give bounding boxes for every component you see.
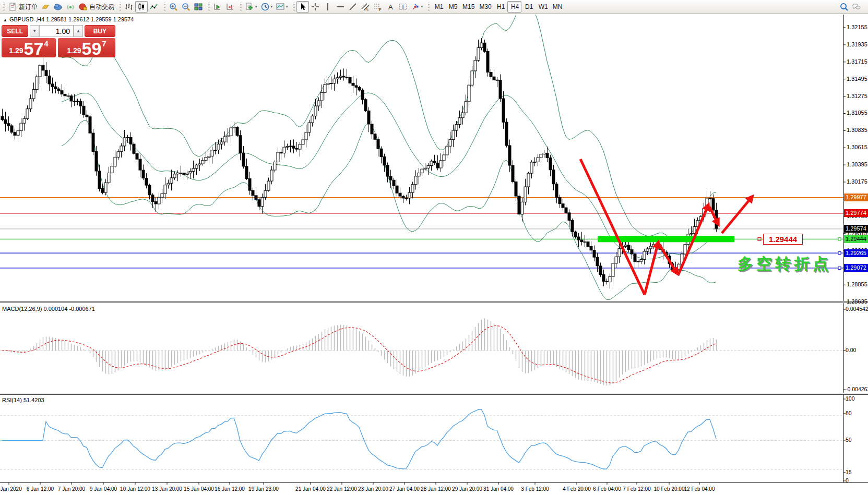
time-tick-label: 6 Jan 12:00 xyxy=(27,486,54,492)
indicator-tick-label: 80 xyxy=(846,410,852,416)
sell-button[interactable]: SELL xyxy=(2,25,28,37)
sell-price-sup: 4 xyxy=(44,39,48,48)
time-tick-label: 3 Feb 12:00 xyxy=(521,486,549,492)
indicator-tick-label: 100 xyxy=(846,395,855,402)
time-tick-label: 31 Jan 04:00 xyxy=(483,486,514,492)
price-tick-label: 1.30835 xyxy=(847,127,867,133)
sell-price-display[interactable]: 1.29 57 4 xyxy=(2,38,56,57)
time-tick-label: 7 Feb 12:00 xyxy=(623,486,650,492)
time-tick-label: 29 Jan 20:00 xyxy=(452,486,482,492)
price-tick-label: 1.32155 xyxy=(847,24,867,30)
time-tick-label: 19 Jan 23:00 xyxy=(248,486,279,492)
volume-increase-button[interactable]: ▲ xyxy=(74,25,83,37)
indicator-tick-label: 15 xyxy=(846,469,852,475)
chart-canvas[interactable] xyxy=(0,0,868,495)
time-tick-label: 13 Jan 20:00 xyxy=(152,486,182,492)
level-price-badge: 1.29072 xyxy=(844,264,868,272)
buy-button[interactable]: BUY xyxy=(85,25,115,37)
time-tick-label: 23 Jan 20:00 xyxy=(358,486,388,492)
price-tick-label: 1.30175 xyxy=(847,178,867,185)
buy-price-sup: 7 xyxy=(102,39,106,48)
pane-divider-rsi[interactable] xyxy=(0,393,868,395)
time-tick-label: 10 Feb 20:00 xyxy=(654,486,685,492)
price-tick-label: 1.31715 xyxy=(847,58,867,65)
indicator-tick-label: 0.004542 xyxy=(846,306,868,312)
time-tick-label: 22 Jan 12:00 xyxy=(327,486,357,492)
time-tick-label: 27 Jan 04:00 xyxy=(389,486,420,492)
collapse-panel-icon[interactable]: ▲ xyxy=(3,18,7,22)
price-tick-label: 1.31275 xyxy=(847,93,867,99)
time-tick-label: 9 Jan 04:00 xyxy=(90,486,117,492)
level-price-badge: 1.29444 xyxy=(844,235,868,243)
price-tick-label: 1.31055 xyxy=(847,110,867,116)
price-tick-label: 1.30395 xyxy=(847,161,867,167)
buy-price-small: 1.29 xyxy=(67,46,81,55)
price-tick-label: 1.31935 xyxy=(847,41,867,47)
time-tick-label: 10 Jan 12:00 xyxy=(120,486,150,492)
time-tick-label: 28 Jan 12:00 xyxy=(421,486,451,492)
macd-indicator-label: MACD(12,26,9) 0.000104 -0.000671 xyxy=(2,306,95,312)
level-price-badge: 1.29977 xyxy=(844,194,868,201)
price-tick-label: 1.30615 xyxy=(847,144,867,150)
buy-price-big: 59 xyxy=(82,41,102,56)
time-tick-label: 7 Jan 20:00 xyxy=(58,486,85,492)
sell-price-big: 57 xyxy=(24,41,44,56)
rsi-indicator-label: RSI(14) 51.4203 xyxy=(2,397,44,403)
one-click-trade-panel: SELL ▼ ▲ BUY 1.29 57 4 1.29 59 7 xyxy=(2,25,115,57)
price-tick-label: 1.31495 xyxy=(847,76,867,82)
buy-price-display[interactable]: 1.29 59 7 xyxy=(58,38,115,57)
ohlc-text: GBPUSD-,H4 1.29581 1.29612 1.29559 1.295… xyxy=(9,16,134,22)
price-tick-label: 1.28635 xyxy=(847,298,867,305)
indicator-tick-label: 50 xyxy=(846,437,852,443)
price-tick-label: 1.28855 xyxy=(847,281,867,287)
time-tick-label: 12 Feb 04:00 xyxy=(684,486,715,492)
price-callout-object[interactable]: 1.29444 xyxy=(763,234,803,245)
level-price-badge: 1.29774 xyxy=(844,209,868,217)
turning-point-annotation[interactable]: 多空转折点 xyxy=(738,253,831,275)
time-tick-label: 3 Jan 2020 xyxy=(0,486,22,492)
level-price-badge: 1.29265 xyxy=(844,249,868,257)
indicator-tick-label: 0 xyxy=(846,477,849,484)
volume-input[interactable] xyxy=(39,25,74,37)
current-price-badge: 1.29574 xyxy=(844,225,868,233)
chart-ohlc-header: ▲GBPUSD-,H4 1.29581 1.29612 1.29559 1.29… xyxy=(3,16,134,22)
mt4-window: 新订单自动交易▾▾▾EFAT▾M1M5M15M30H1H4D1W1MN ▲GBP… xyxy=(0,0,868,495)
sell-price-small: 1.29 xyxy=(9,46,23,55)
indicator-tick-label: 0.00 xyxy=(846,347,856,353)
time-tick-label: 6 Feb 04:00 xyxy=(593,486,621,492)
time-tick-label: 4 Feb 20:00 xyxy=(563,486,590,492)
time-tick-label: 16 Jan 12:00 xyxy=(215,486,245,492)
pane-divider-macd[interactable] xyxy=(0,301,868,303)
indicator-tick-label: -0.004262 xyxy=(846,386,868,392)
volume-decrease-button[interactable]: ▼ xyxy=(30,25,39,37)
time-tick-label: 15 Jan 04:00 xyxy=(184,486,214,492)
time-tick-label: 21 Jan 04:00 xyxy=(295,486,326,492)
